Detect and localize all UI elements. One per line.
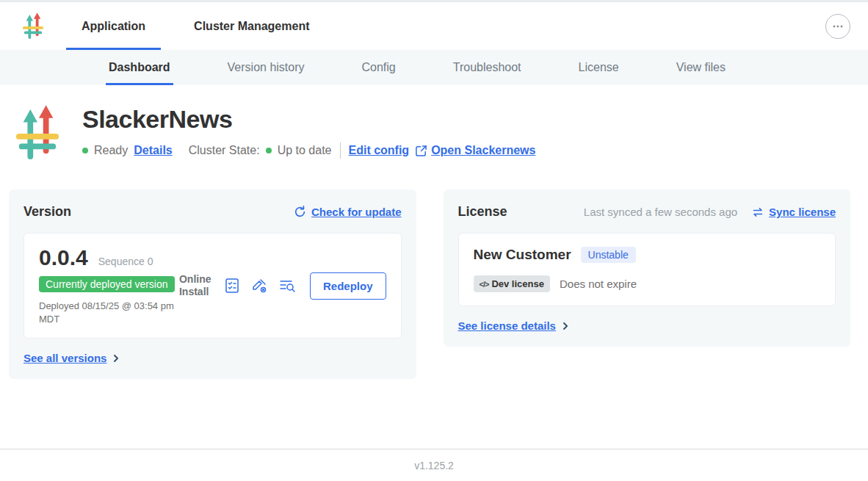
- release-notes-icon[interactable]: [223, 277, 241, 294]
- top-navbar: Application Cluster Management: [0, 2, 868, 50]
- deployed-status-badge: Currently deployed version: [39, 276, 175, 292]
- preflight-logs-icon[interactable]: [278, 277, 297, 294]
- see-all-versions-row: See all versions: [23, 352, 402, 364]
- app-status-row: Ready Details Cluster State: Up to date …: [82, 142, 541, 159]
- license-card-title: License: [458, 204, 507, 220]
- check-update-group: Check for update: [294, 206, 402, 218]
- subnav-item-troubleshoot[interactable]: Troubleshoot: [452, 50, 523, 85]
- chevron-right-icon: [561, 322, 570, 330]
- config-wrench-icon[interactable]: [250, 277, 268, 294]
- see-license-details-link[interactable]: See license details: [458, 319, 556, 332]
- redeploy-button[interactable]: Redeploy: [310, 272, 386, 300]
- last-synced-label: Last synced a few seconds ago: [584, 206, 737, 218]
- license-panel: New Customer Unstable </> Dev license Do…: [458, 233, 836, 306]
- check-for-update-link[interactable]: Check for update: [311, 206, 402, 218]
- edit-config-link[interactable]: Edit config: [348, 144, 409, 157]
- subnav-view-files-label: View files: [676, 61, 726, 74]
- cluster-state-value: Up to date: [278, 144, 332, 157]
- sync-icon: [752, 206, 764, 218]
- version-card: Version Check for update: [9, 189, 416, 379]
- customer-row: New Customer Unstable: [474, 247, 821, 263]
- cluster-state-dot: [266, 148, 272, 153]
- license-card-header: License Last synced a few seconds ago Sy…: [458, 204, 836, 220]
- page-title: SlackerNews: [82, 106, 541, 133]
- install-type-label: Online Install: [179, 273, 214, 299]
- vertical-divider: [340, 142, 341, 159]
- top-tabs: Application Cluster Management: [66, 2, 325, 50]
- refresh-icon: [294, 206, 306, 218]
- ellipsis-icon: [831, 20, 845, 33]
- tab-application[interactable]: Application: [66, 2, 161, 50]
- version-info: 0.0.4 Sequence 0 Currently deployed vers…: [39, 245, 179, 326]
- app-header: SlackerNews Ready Details Cluster State:…: [0, 85, 868, 163]
- expiration-label: Does not expire: [560, 278, 637, 290]
- subnav-item-version-history[interactable]: Version history: [226, 50, 306, 85]
- footer: v1.125.2: [0, 449, 868, 481]
- tab-application-label: Application: [82, 20, 145, 33]
- console-version-label: v1.125.2: [414, 460, 454, 471]
- tab-cluster-management-label: Cluster Management: [194, 20, 309, 33]
- ready-status-dot: [82, 148, 88, 153]
- external-link-icon: [415, 145, 427, 157]
- app-subnav: Dashboard Version history Config Trouble…: [0, 50, 868, 85]
- main-content: SlackerNews Ready Details Cluster State:…: [0, 85, 868, 379]
- admin-console-page: Application Cluster Management Dashboard…: [0, 0, 868, 379]
- see-license-details-row: See license details: [458, 319, 836, 332]
- license-type-row: </> Dev license Does not expire: [474, 275, 821, 292]
- app-logo-icon[interactable]: [22, 12, 44, 41]
- version-card-header: Version Check for update: [23, 204, 402, 220]
- code-icon: </>: [480, 280, 489, 289]
- current-version-panel: 0.0.4 Sequence 0 Currently deployed vers…: [23, 233, 402, 339]
- subnav-dashboard-label: Dashboard: [109, 61, 170, 74]
- ready-status-label: Ready: [94, 144, 128, 157]
- see-all-versions-link[interactable]: See all versions: [23, 352, 106, 364]
- subnav-version-history-label: Version history: [228, 61, 305, 74]
- open-app-link[interactable]: Open Slackernews: [431, 144, 535, 157]
- details-link[interactable]: Details: [134, 144, 172, 157]
- sync-license-group: Last synced a few seconds ago Sync licen…: [584, 206, 836, 218]
- overflow-menu-button[interactable]: [825, 14, 850, 39]
- license-card: License Last synced a few seconds ago Sy…: [444, 189, 851, 347]
- sequence-label: Sequence 0: [98, 256, 153, 267]
- subnav-config-label: Config: [362, 61, 396, 74]
- subnav-item-dashboard[interactable]: Dashboard: [107, 50, 172, 85]
- subnav-item-config[interactable]: Config: [361, 50, 397, 85]
- customer-name: New Customer: [474, 247, 571, 263]
- subnav-license-label: License: [579, 61, 619, 74]
- app-header-text: SlackerNews Ready Details Cluster State:…: [82, 104, 541, 163]
- deployed-timestamp: Deployed 08/15/25 @ 03:54 pm MDT: [39, 300, 179, 326]
- version-number-row: 0.0.4 Sequence 0: [39, 245, 179, 270]
- dashboard-cards: Version Check for update: [9, 189, 850, 379]
- channel-badge: Unstable: [581, 247, 636, 263]
- version-actions: Online Install: [179, 272, 386, 300]
- sync-license-link[interactable]: Sync license: [769, 206, 836, 218]
- license-type-badge: </> Dev license: [474, 275, 550, 292]
- license-type-label: Dev license: [491, 278, 544, 289]
- subnav-item-view-files[interactable]: View files: [675, 50, 727, 85]
- subnav-troubleshoot-label: Troubleshoot: [453, 61, 521, 74]
- subnav-item-license[interactable]: License: [577, 50, 621, 85]
- version-card-title: Version: [23, 204, 71, 220]
- app-logo-large-icon: [15, 104, 60, 163]
- tab-cluster-management[interactable]: Cluster Management: [178, 2, 325, 50]
- chevron-right-icon: [112, 354, 120, 363]
- version-number: 0.0.4: [39, 245, 88, 270]
- cluster-state-label: Cluster State:: [189, 144, 260, 157]
